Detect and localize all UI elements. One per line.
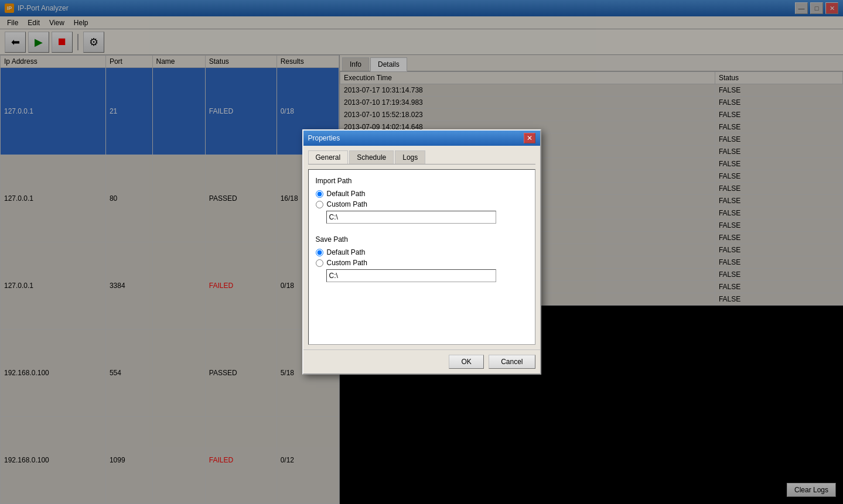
save-default-label: Default Path <box>327 248 366 256</box>
import-default-label: Default Path <box>327 190 366 198</box>
import-custom-row: Custom Path <box>316 200 528 208</box>
import-path-radio-group: Default Path Custom Path <box>316 190 528 228</box>
save-path-input[interactable] <box>326 269 496 282</box>
ok-button[interactable]: OK <box>449 355 484 369</box>
import-default-row: Default Path <box>316 190 528 198</box>
dialog-tab-general[interactable]: General <box>308 150 349 164</box>
import-custom-label: Custom Path <box>327 200 367 208</box>
import-path-section-title: Import Path <box>316 177 528 185</box>
save-path-radio-group: Default Path Custom Path <box>316 248 528 287</box>
save-default-radio[interactable] <box>316 249 323 256</box>
dialog-titlebar: Properties ✕ <box>303 131 540 146</box>
save-custom-label: Custom Path <box>327 259 367 267</box>
cancel-button[interactable]: Cancel <box>489 355 535 369</box>
dialog-footer: OK Cancel <box>303 349 540 373</box>
dialog-title: Properties <box>308 134 340 142</box>
import-path-input[interactable] <box>326 211 496 224</box>
save-custom-radio[interactable] <box>316 259 323 267</box>
save-path-section-title: Save Path <box>316 235 528 244</box>
properties-dialog: Properties ✕ General Schedule Logs Impor… <box>302 129 541 375</box>
import-default-radio[interactable] <box>316 190 323 198</box>
dialog-tab-schedule[interactable]: Schedule <box>349 150 394 164</box>
modal-overlay: Properties ✕ General Schedule Logs Impor… <box>0 0 843 504</box>
dialog-close-button[interactable]: ✕ <box>524 133 535 143</box>
import-custom-radio[interactable] <box>316 201 323 208</box>
dialog-content: Import Path Default Path Custom Path Sav… <box>308 169 535 345</box>
save-custom-row: Custom Path <box>316 259 528 267</box>
save-default-row: Default Path <box>316 248 528 256</box>
dialog-tabs: General Schedule Logs <box>308 150 535 164</box>
dialog-tab-logs[interactable]: Logs <box>395 150 425 164</box>
dialog-body: General Schedule Logs Import Path Defaul… <box>303 146 540 349</box>
